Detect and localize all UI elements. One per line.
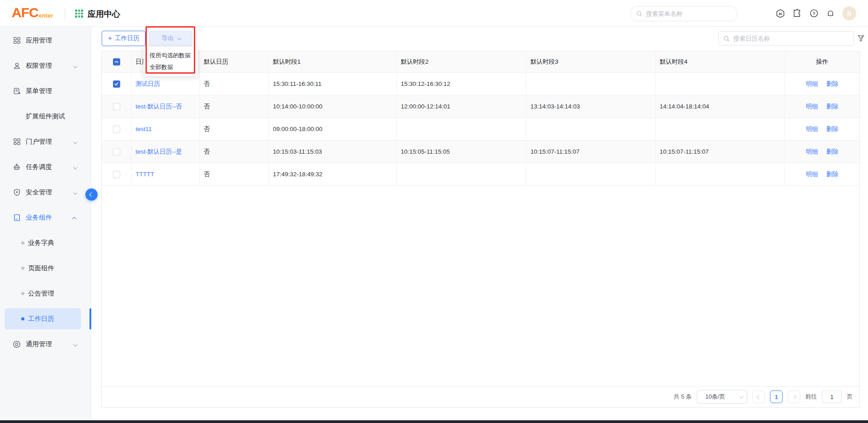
detail-link[interactable]: 明细	[806, 80, 818, 88]
calendar-name-link[interactable]: test-默认日历--否	[136, 103, 182, 111]
default-calendar-value: 否	[200, 95, 269, 118]
page-size-select[interactable]: 10条/页	[697, 390, 747, 404]
filter-funnel-icon[interactable]	[857, 34, 865, 42]
calendar-name-link[interactable]: test-默认日历--是	[136, 148, 182, 156]
sidebar-item-business-dictionary[interactable]: 业务字典	[0, 232, 91, 254]
sidebar-item-extension-component-test[interactable]: 扩展组件测试	[0, 106, 91, 127]
slot4-value	[656, 118, 785, 140]
calendar-search-box[interactable]	[718, 31, 854, 46]
delete-link[interactable]: 删除	[826, 148, 839, 156]
chevron-down-icon	[73, 163, 76, 171]
row-checkbox[interactable]	[113, 171, 120, 178]
table-row: test11 否 09:00:00-18:00:00 明细 删除	[102, 118, 859, 141]
sidebar-item-menu-management[interactable]: 菜单管理	[0, 80, 91, 102]
detail-link[interactable]: 明细	[806, 103, 818, 111]
portal-icon	[13, 138, 21, 146]
sidebar-item-label: 工作日历	[28, 315, 54, 323]
slot4-value: 14:14:04-18:14:04	[656, 95, 785, 118]
main-content: + 工作日历 导出	[91, 27, 868, 420]
sidebar-item-label: 应用管理	[26, 36, 52, 45]
chevron-down-icon	[73, 188, 76, 197]
top-bar: AFC enter 应用中心 AI	[0, 0, 868, 27]
menu-search-box[interactable]	[630, 6, 737, 21]
current-page-button[interactable]: 1	[770, 390, 783, 403]
pagination-bar: 共 5 条 10条/页 1 前往 页	[102, 386, 859, 407]
slot3-value: 10:15:07-11:15:07	[526, 141, 656, 163]
slot1-value: 17:49:32-18:49:32	[269, 163, 397, 185]
add-work-calendar-button[interactable]: + 工作日历	[102, 31, 145, 46]
export-dropdown-menu: 按所勾选的数据 全部数据	[143, 47, 198, 76]
row-checkbox[interactable]	[113, 148, 120, 155]
export-button[interactable]: 导出	[149, 31, 192, 46]
plugin-puzzle-icon[interactable]	[792, 9, 802, 19]
notification-bell-icon[interactable]	[826, 9, 835, 19]
calendar-name-link[interactable]: test11	[136, 126, 152, 132]
export-menu-item-checked-data[interactable]: 按所勾选的数据	[144, 50, 197, 61]
calendar-name-link[interactable]: TTTTT	[136, 171, 154, 178]
column-header-default-calendar: 默认日历	[200, 52, 269, 72]
delete-link[interactable]: 删除	[826, 170, 839, 179]
detail-link[interactable]: 明细	[806, 148, 818, 156]
delete-link[interactable]: 删除	[826, 103, 839, 111]
slot1-value: 10:15:03-11:15:03	[269, 141, 397, 163]
sidebar-item-portal-management[interactable]: 门户管理	[0, 131, 91, 152]
default-calendar-value: 否	[200, 118, 269, 140]
search-icon	[723, 35, 730, 42]
total-count-label: 共 5 条	[674, 393, 692, 401]
slot2-value: 15:30:12-16:30:12	[397, 73, 526, 95]
page-unit-label: 页	[847, 393, 853, 401]
detail-link[interactable]: 明细	[806, 170, 818, 179]
slot4-value	[656, 73, 785, 95]
detail-link[interactable]: 明细	[806, 125, 818, 133]
help-icon[interactable]: ?	[809, 9, 819, 19]
sidebar-nav: 应用管理 权限管理 菜单管理 扩展组件测试	[0, 27, 91, 420]
chevron-down-icon	[73, 340, 76, 348]
sidebar-item-business-components[interactable]: 业务组件	[0, 207, 91, 228]
sidebar-item-label: 页面组件	[28, 264, 54, 273]
sidebar-item-work-calendar[interactable]: 工作日历	[0, 308, 91, 329]
robot-icon	[13, 163, 21, 171]
sidebar-item-task-scheduling[interactable]: 任务调度	[0, 156, 91, 178]
row-checkbox[interactable]	[113, 126, 120, 133]
sidebar-item-general-management[interactable]: 通用管理	[0, 334, 91, 355]
app-center-page: AFC enter 应用中心 AI	[0, 0, 868, 423]
logo-text-sub: enter	[39, 12, 53, 19]
sidebar-item-permission-management[interactable]: 权限管理	[0, 55, 91, 76]
slot2-value	[397, 163, 526, 185]
sidebar-item-page-components[interactable]: 页面组件	[0, 258, 91, 279]
sidebar-item-label: 安全管理	[26, 188, 52, 197]
sidebar-item-announcement-management[interactable]: 公告管理	[0, 283, 91, 304]
sidebar-item-security-management[interactable]: 安全管理	[0, 182, 91, 203]
sidebar-item-app-management[interactable]: 应用管理	[0, 30, 91, 51]
row-checkbox[interactable]	[113, 103, 120, 110]
row-checkbox[interactable]	[113, 80, 120, 88]
chevron-left-icon	[89, 193, 94, 197]
calendar-search-input[interactable]	[733, 35, 849, 42]
sidebar-collapse-button[interactable]	[85, 188, 98, 201]
slot3-value: 13:14:03-14:14:03	[526, 95, 656, 118]
slot2-value	[397, 118, 526, 140]
sidebar-item-label: 任务调度	[26, 163, 52, 171]
select-all-checkbox[interactable]	[113, 58, 120, 66]
plus-icon: +	[108, 35, 112, 42]
gear-icon	[13, 340, 21, 348]
sidebar-item-label: 门户管理	[26, 137, 52, 146]
delete-link[interactable]: 删除	[826, 125, 839, 133]
delete-link[interactable]: 删除	[826, 80, 839, 88]
next-page-button[interactable]	[788, 390, 800, 403]
header-divider	[65, 8, 65, 19]
prev-page-button[interactable]	[752, 390, 765, 403]
menu-search-input[interactable]	[646, 10, 732, 17]
goto-label: 前往	[805, 393, 817, 401]
slot3-value	[526, 73, 656, 95]
slot2-value: 10:15:05-11:15:05	[397, 141, 526, 163]
goto-page-input[interactable]	[822, 390, 842, 403]
default-calendar-value: 否	[200, 163, 269, 185]
ai-assistant-icon[interactable]: AI	[775, 9, 785, 19]
export-menu-item-all-data[interactable]: 全部数据	[144, 61, 197, 73]
calendar-name-link[interactable]: 测试日历	[136, 80, 160, 88]
sidebar-item-label: 业务组件	[26, 213, 52, 222]
column-header-actions: 操作	[785, 52, 859, 72]
user-avatar[interactable]: h	[842, 6, 856, 20]
slot2-value: 12:00:00-12:14:01	[397, 95, 526, 118]
